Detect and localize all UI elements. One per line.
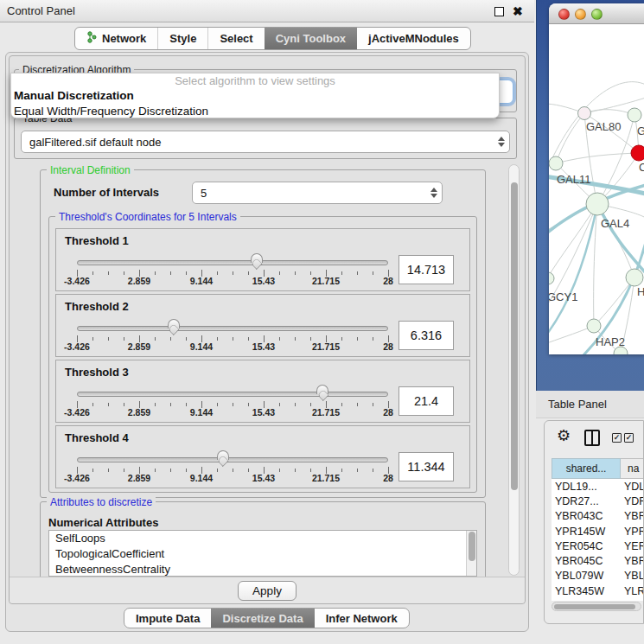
slider-tick-label: 15.43 bbox=[252, 407, 275, 418]
network-node-h[interactable] bbox=[626, 269, 643, 286]
slider-tick-label: 9.144 bbox=[190, 341, 213, 352]
network-node-gal80[interactable] bbox=[578, 107, 591, 120]
threshold-value-field[interactable]: 14.713 bbox=[399, 255, 454, 284]
table-panel-titlebar: Table Panel bbox=[536, 391, 644, 418]
table-cell: YIL053C bbox=[552, 600, 621, 601]
algorithm-dropdown-popup: Select algorithm to view settings Manual… bbox=[10, 73, 500, 118]
network-window-titlebar[interactable] bbox=[549, 3, 644, 24]
tab-infer-network[interactable]: Infer Network bbox=[315, 609, 409, 628]
table-cell: YDL1 bbox=[621, 481, 644, 493]
number-of-intervals-combobox[interactable]: 5 bbox=[192, 182, 443, 204]
algorithm-placeholder: Select algorithm to view settings bbox=[11, 73, 499, 88]
table-cell: YBR045C bbox=[552, 555, 621, 567]
slider-tick-label: 15.43 bbox=[252, 276, 275, 286]
slider-tick-label: 2.859 bbox=[128, 407, 150, 418]
slider-thumb[interactable] bbox=[316, 385, 328, 399]
slider-track[interactable] bbox=[77, 326, 388, 331]
screen: Control Panel ✖ NetworkStyleSelectCyni T… bbox=[0, 0, 644, 644]
table-cell: YLR3 bbox=[621, 585, 644, 597]
slider-thumb[interactable] bbox=[168, 319, 180, 334]
scrollbar-thumb[interactable] bbox=[511, 182, 518, 490]
table-row[interactable]: YBR043CYBR0 bbox=[552, 509, 644, 524]
numerical-attributes-label: Numerical Attributes bbox=[48, 516, 158, 529]
attribute-list-item[interactable]: SelfLoops bbox=[49, 531, 476, 546]
tab-select[interactable]: Select bbox=[207, 28, 264, 49]
tab-discretize-data[interactable]: Discretize Data bbox=[211, 609, 314, 628]
checkbox-icon[interactable]: ✓ bbox=[624, 433, 634, 443]
threshold-label: Threshold 3 bbox=[65, 366, 129, 379]
columns-icon[interactable] bbox=[584, 430, 600, 446]
table-row[interactable]: YDR27...YDR2 bbox=[552, 494, 644, 508]
network-edge[interactable] bbox=[584, 110, 634, 115]
network-edge[interactable] bbox=[556, 153, 639, 163]
table-cell: YPR145W bbox=[552, 526, 621, 538]
checkbox-icon[interactable]: ✓ bbox=[612, 433, 622, 443]
network-edge[interactable] bbox=[549, 204, 597, 337]
table-row[interactable]: YLR345WYLR3 bbox=[552, 583, 644, 598]
table-cell: YIL0 bbox=[621, 600, 644, 601]
tab-jactivemnodules[interactable]: jActiveMNodules bbox=[357, 28, 470, 49]
attribute-list-item[interactable]: TopologicalCoefficient bbox=[49, 546, 476, 562]
column-header[interactable]: na bbox=[621, 458, 644, 479]
algorithm-option[interactable]: Equal Width/Frequency Discretization bbox=[11, 104, 499, 119]
table-row[interactable]: YER054CYER0 bbox=[552, 539, 644, 553]
network-node-gal11[interactable] bbox=[549, 156, 563, 170]
apply-button[interactable]: Apply bbox=[238, 581, 296, 601]
close-icon[interactable]: ✖ bbox=[513, 3, 523, 19]
slider-track[interactable] bbox=[77, 392, 388, 397]
threshold-label: Threshold 4 bbox=[65, 431, 129, 444]
column-header[interactable]: shared... bbox=[552, 458, 621, 479]
panel-scrollbar[interactable] bbox=[508, 164, 520, 576]
close-traffic-light-icon[interactable] bbox=[558, 9, 570, 20]
network-node-red-node[interactable] bbox=[631, 145, 644, 161]
tab-label: jActiveMNodules bbox=[368, 32, 459, 45]
network-node-gcy1[interactable] bbox=[549, 272, 554, 284]
cyni-bottom-tabs: Impute DataDiscretize DataInfer Network bbox=[124, 608, 410, 628]
table-cell: YDR2 bbox=[621, 495, 644, 507]
scrollbar-thumb[interactable] bbox=[469, 532, 475, 561]
slider-tick-label: -3.426 bbox=[64, 473, 90, 483]
table-row[interactable]: YIL053CYIL0 bbox=[552, 598, 644, 601]
slider-thumb[interactable] bbox=[251, 253, 263, 268]
threshold-value-field[interactable]: 21.4 bbox=[399, 386, 454, 416]
network-canvas[interactable]: GAL80GACGAL11GAL4GCY1HHAP2 bbox=[549, 24, 644, 354]
table-row[interactable]: YDL19...YDL1 bbox=[552, 479, 644, 494]
slider-track[interactable] bbox=[77, 260, 388, 265]
table-data-combobox[interactable]: galFiltered.sif default node bbox=[21, 131, 510, 153]
table-row[interactable]: YBL079WYBL0 bbox=[552, 569, 644, 583]
tab-style[interactable]: Style bbox=[157, 28, 207, 49]
network-edge[interactable] bbox=[556, 113, 584, 163]
slider-ticks bbox=[77, 270, 388, 277]
threshold-panel: Threshold 4-3.4262.8599.14415.4321.71528… bbox=[55, 425, 470, 488]
zoom-traffic-light-icon[interactable] bbox=[591, 9, 603, 20]
table-horizontal-scrollbar[interactable] bbox=[552, 602, 641, 611]
slider-track[interactable] bbox=[77, 457, 388, 462]
attributes-list-scrollbar[interactable] bbox=[466, 531, 476, 576]
network-node-label: GAL4 bbox=[601, 217, 629, 230]
table-cell: YLR345W bbox=[552, 585, 621, 597]
slider-tick-label: 2.859 bbox=[128, 473, 150, 483]
threshold-value-field[interactable]: 11.344 bbox=[399, 452, 454, 481]
table-row[interactable]: YPR145WYPR1 bbox=[552, 524, 644, 539]
gear-icon[interactable]: ⚙ bbox=[557, 426, 571, 444]
slider-tick-label: 28 bbox=[383, 407, 393, 418]
network-node-gal4[interactable] bbox=[586, 193, 609, 215]
network-node[interactable] bbox=[628, 108, 641, 122]
threshold-value-field[interactable]: 6.316 bbox=[399, 321, 454, 350]
tab-cyni-toolbox[interactable]: Cyni Toolbox bbox=[265, 28, 357, 49]
attribute-list-item[interactable]: BetweennessCentrality bbox=[49, 562, 476, 577]
algorithm-option[interactable]: Manual Discretization bbox=[11, 88, 499, 104]
table-header-row: shared...na bbox=[552, 458, 644, 479]
network-node-hap2[interactable] bbox=[587, 319, 601, 333]
minimize-traffic-light-icon[interactable] bbox=[575, 9, 586, 20]
scrollbar-thumb[interactable] bbox=[554, 604, 635, 610]
table-cell: YBR043C bbox=[552, 510, 621, 522]
slider-thumb[interactable] bbox=[217, 450, 229, 465]
combobox-stepper-icon bbox=[494, 137, 509, 147]
float-window-icon[interactable] bbox=[494, 7, 504, 16]
table-row[interactable]: YBR045CYBR0 bbox=[552, 553, 644, 568]
tab-impute-data[interactable]: Impute Data bbox=[124, 609, 211, 628]
slider-tick-label: 21.715 bbox=[312, 341, 340, 352]
tab-network[interactable]: Network bbox=[75, 28, 157, 49]
slider-ticks bbox=[77, 467, 388, 475]
